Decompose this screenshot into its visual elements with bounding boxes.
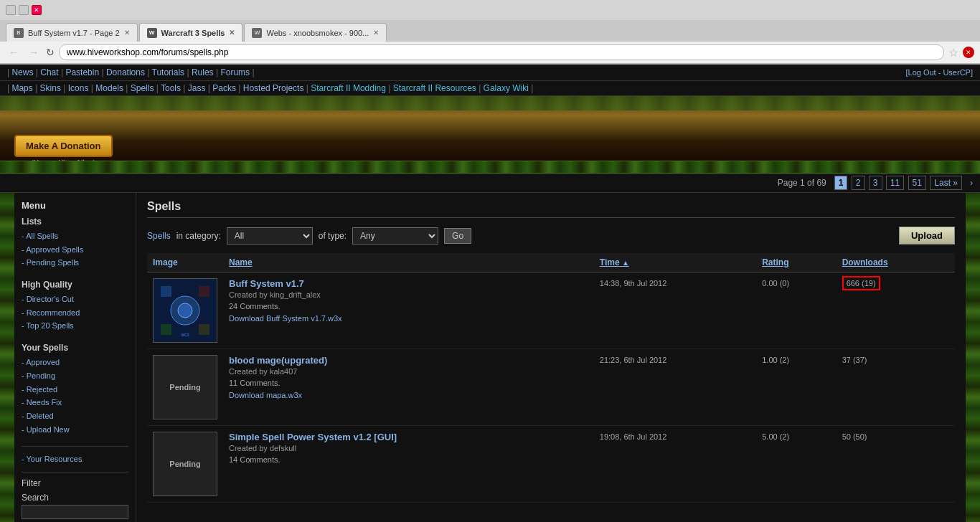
col-downloads[interactable]: Downloads xyxy=(837,253,955,272)
spell-details-1: Buff System v1.7 Created by king_drift_a… xyxy=(223,272,594,349)
page-wrapper: | News | Chat | Pastebin | Donations | T… xyxy=(0,65,980,522)
page-11-link[interactable]: 11 xyxy=(886,176,904,190)
tab-buff-system[interactable]: B Buff System v1.7 - Page 2 ✕ xyxy=(6,23,138,42)
filter-go-button[interactable]: Go xyxy=(444,228,471,244)
svg-rect-6 xyxy=(199,324,209,335)
tab-webs[interactable]: W Webs - xnoobsmokex - 900... ✕ xyxy=(244,23,387,42)
sidebar: Menu Lists - All Spells - Approved Spell… xyxy=(14,193,136,522)
banner-vine-top xyxy=(0,96,980,110)
sidebar-your-rejected[interactable]: - Rejected xyxy=(22,383,128,397)
filter-type-select[interactable]: Any xyxy=(352,227,438,245)
nav-pastebin[interactable]: Pastebin xyxy=(65,67,99,77)
spell-rating-2: 1.00 (2) xyxy=(756,349,836,426)
sidebar-your-approved[interactable]: - Approved xyxy=(22,356,128,369)
sidebar-search-input[interactable] xyxy=(22,505,128,519)
nav-donations[interactable]: Donations xyxy=(106,67,145,77)
spell-downloads-2: 37 (37) xyxy=(837,349,955,426)
downloads-highlighted-badge: 666 (19) xyxy=(842,276,880,290)
spell-name-link-3[interactable]: Simple Spell Power System v1.2 [GUI] xyxy=(229,432,397,442)
spell-author-1: Created by king_drift_alex xyxy=(229,290,588,299)
sidebar-your-deleted[interactable]: - Deleted xyxy=(22,409,128,423)
sub-nav: | Maps | Skins | Icons | Models | Spells… xyxy=(0,81,980,96)
sidebar-your-pending[interactable]: - Pending xyxy=(22,369,128,383)
main-layout: Menu Lists - All Spells - Approved Spell… xyxy=(0,193,980,522)
spell-downloads-1: 666 (19) xyxy=(837,272,955,349)
donate-button[interactable]: Make A Donation xyxy=(14,135,113,157)
page-1-link[interactable]: 1 xyxy=(834,176,848,190)
subnav-maps[interactable]: Maps xyxy=(11,83,32,93)
tab-close-buff[interactable]: ✕ xyxy=(124,29,130,37)
sidebar-all-spells[interactable]: - All Spells xyxy=(22,229,128,243)
tab-close-warcraft[interactable]: ✕ xyxy=(229,29,235,37)
spell-thumbnail-1: WC3 xyxy=(153,278,217,343)
page-last-link[interactable]: Last » xyxy=(930,176,962,190)
nav-news[interactable]: News xyxy=(11,67,33,77)
sidebar-filter-label[interactable]: Filter xyxy=(22,478,41,488)
subnav-skins[interactable]: Skins xyxy=(40,83,61,93)
nav-chat[interactable]: Chat xyxy=(40,67,58,77)
sidebar-recommended[interactable]: - Recommended xyxy=(22,306,128,320)
vine-border-top xyxy=(0,161,980,174)
page-2-link[interactable]: 2 xyxy=(852,176,865,190)
forward-button[interactable]: → xyxy=(26,45,42,60)
spell-download-link-1[interactable]: Download Buff System v1.7.w3x xyxy=(229,314,342,323)
main-content: Spells Spells in category: All of type: … xyxy=(136,193,966,522)
address-input[interactable] xyxy=(59,44,944,60)
page-3-link[interactable]: 3 xyxy=(869,176,882,190)
filter-category-select[interactable]: All xyxy=(227,227,313,245)
spell-author-3: Created by defskull xyxy=(229,444,588,452)
pagination-next-arrow[interactable]: › xyxy=(970,178,973,188)
subnav-spells[interactable]: Spells xyxy=(131,83,154,93)
subnav-models[interactable]: Models xyxy=(95,83,123,93)
spell-name-link-1[interactable]: Buff System v1.7 xyxy=(229,278,304,289)
sidebar-approved-spells[interactable]: - Approved Spells xyxy=(22,243,128,257)
adblock-button[interactable]: ✕ xyxy=(963,47,974,58)
sidebar-divider-2 xyxy=(22,472,128,473)
sidebar-upload-new[interactable]: - Upload New xyxy=(22,423,128,437)
subnav-tools[interactable]: Tools xyxy=(161,83,181,93)
minimize-button[interactable]: ─ xyxy=(6,5,16,15)
col-rating[interactable]: Rating xyxy=(756,253,836,272)
sidebar-your-needsfix[interactable]: - Needs Fix xyxy=(22,396,128,409)
col-image: Image xyxy=(147,253,223,272)
nav-rules[interactable]: Rules xyxy=(192,67,214,77)
nav-tutorials[interactable]: Tutorials xyxy=(152,67,185,77)
sidebar-pending-spells[interactable]: - Pending Spells xyxy=(22,256,128,270)
col-name[interactable]: Name xyxy=(223,253,594,272)
subnav-hosted[interactable]: Hosted Projects xyxy=(243,83,304,93)
back-button[interactable]: ← xyxy=(6,45,22,60)
subnav-jass[interactable]: Jass xyxy=(188,83,206,93)
subnav-sc2resources[interactable]: Starcraft II Resources xyxy=(393,83,476,93)
close-button[interactable]: ✕ xyxy=(32,5,42,15)
page-title: Spells xyxy=(147,200,955,218)
sidebar-directors-cut[interactable]: - Director's Cut xyxy=(22,293,128,306)
spell-image-1: WC3 xyxy=(147,272,223,349)
page-51-link[interactable]: 51 xyxy=(908,176,926,190)
subnav-icons[interactable]: Icons xyxy=(68,83,89,93)
spell-details-3: Simple Spell Power System v1.2 [GUI] Cre… xyxy=(223,426,594,503)
left-vine-border xyxy=(0,193,14,522)
tab-close-webs[interactable]: ✕ xyxy=(373,29,379,37)
sidebar-your-resources[interactable]: - Your Resources xyxy=(22,452,128,466)
col-time[interactable]: Time ▲ xyxy=(594,253,756,272)
bookmark-button[interactable]: ☆ xyxy=(948,46,958,60)
subnav-packs[interactable]: Packs xyxy=(212,83,236,93)
filter-spells-link[interactable]: Spells xyxy=(147,231,171,241)
window-controls[interactable]: ─ □ ✕ xyxy=(6,5,42,15)
maximize-button[interactable]: □ xyxy=(19,5,29,15)
upload-button[interactable]: Upload xyxy=(899,227,955,245)
address-bar-row: ← → ↻ ☆ ✕ xyxy=(0,42,980,64)
nav-forums[interactable]: Forums xyxy=(220,67,250,77)
reload-button[interactable]: ↻ xyxy=(46,47,55,58)
user-action[interactable]: [Log Out - UserCP] xyxy=(905,68,973,77)
spell-comments-1: 24 Comments. xyxy=(229,302,588,310)
spell-download-link-2[interactable]: Download mapa.w3x xyxy=(229,391,302,399)
subnav-galaxy[interactable]: Galaxy Wiki xyxy=(484,83,529,93)
banner: Make A Donation (Keeps Hive Alive) xyxy=(0,96,980,161)
spell-name-link-2[interactable]: blood mage(upgrated) xyxy=(229,355,327,366)
tab-warcraft-spells[interactable]: W Warcraft 3 Spells ✕ xyxy=(139,23,243,42)
sidebar-high-quality-section: High Quality - Director's Cut - Recommen… xyxy=(22,280,128,333)
spell-author-2: Created by kala407 xyxy=(229,367,588,376)
subnav-sc2modding[interactable]: Starcraft II Modding xyxy=(311,83,386,93)
sidebar-top20[interactable]: - Top 20 Spells xyxy=(22,319,128,333)
